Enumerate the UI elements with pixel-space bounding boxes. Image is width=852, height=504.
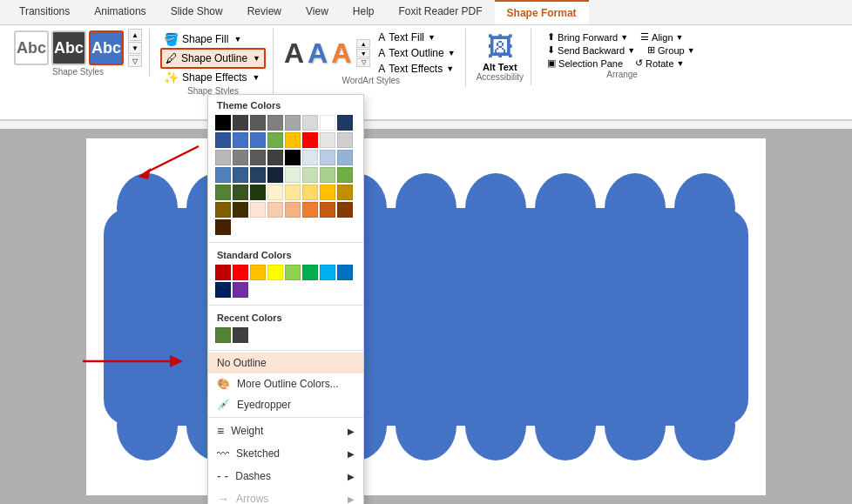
theme-color-swatch[interactable] [320, 167, 335, 183]
selection-pane-btn[interactable]: ▣ Selection Pane [542, 57, 628, 70]
theme-color-swatch[interactable] [267, 202, 283, 218]
shape-styles-scroll-down[interactable]: ▼ [128, 42, 142, 54]
standard-color-swatch[interactable] [233, 282, 248, 298]
text-outline-arrow[interactable]: ▼ [448, 49, 456, 57]
text-effects-arrow[interactable]: ▼ [446, 64, 454, 73]
theme-color-swatch[interactable] [250, 132, 266, 148]
group-btn[interactable]: ⊞ Group ▼ [642, 44, 700, 57]
sketched-item[interactable]: 〰 Sketched ▶ [208, 442, 363, 465]
tab-slideshow[interactable]: Slide Show [159, 0, 235, 24]
theme-color-swatch[interactable] [233, 185, 248, 200]
theme-color-swatch[interactable] [250, 185, 266, 200]
theme-color-swatch[interactable] [285, 150, 301, 165]
theme-color-swatch[interactable] [320, 115, 335, 131]
theme-color-swatch[interactable] [233, 167, 248, 183]
bring-forward-btn[interactable]: ⬆ Bring Forward ▼ [542, 30, 633, 44]
text-effects-btn[interactable]: A Text Effects ▼ [375, 62, 457, 76]
shape-styles-scroll-up[interactable]: ▲ [128, 29, 142, 41]
send-backward-btn[interactable]: ⬇ Send Backward ▼ [542, 44, 640, 57]
standard-color-swatch[interactable] [320, 265, 335, 280]
theme-color-swatch[interactable] [250, 150, 266, 165]
theme-color-swatch[interactable] [267, 132, 283, 148]
theme-color-swatch[interactable] [302, 185, 318, 200]
theme-color-swatch[interactable] [285, 202, 301, 218]
theme-color-swatch[interactable] [267, 185, 283, 200]
text-fill-btn[interactable]: A Text Fill ▼ [375, 30, 457, 44]
theme-color-swatch[interactable] [215, 115, 231, 131]
standard-color-swatch[interactable] [337, 265, 353, 280]
shape-styles-more[interactable]: ▽ [128, 55, 142, 67]
theme-color-swatch[interactable] [215, 132, 231, 148]
theme-color-swatch[interactable] [337, 150, 353, 165]
theme-color-swatch[interactable] [302, 150, 318, 165]
theme-color-swatch[interactable] [233, 202, 248, 218]
shape-style-btn-3[interactable]: Abc [89, 30, 124, 65]
theme-color-swatch[interactable] [267, 167, 283, 183]
tab-view[interactable]: View [294, 0, 341, 24]
theme-color-swatch[interactable] [285, 167, 301, 183]
theme-color-swatch[interactable] [250, 202, 266, 218]
theme-color-swatch[interactable] [337, 115, 353, 131]
rotate-arrow[interactable]: ▼ [677, 59, 685, 68]
theme-color-swatch[interactable] [215, 150, 231, 165]
tab-review[interactable]: Review [235, 0, 294, 24]
alt-text-icon[interactable]: 🖼 [487, 32, 513, 62]
theme-color-swatch[interactable] [302, 167, 318, 183]
eyedropper-item[interactable]: 💉 Eyedropper [208, 394, 363, 415]
wordart-scroll-up[interactable]: ▲ [356, 39, 370, 48]
theme-color-swatch[interactable] [337, 185, 353, 200]
theme-color-swatch[interactable] [250, 167, 266, 183]
standard-color-swatch[interactable] [267, 265, 283, 280]
theme-color-swatch[interactable] [267, 150, 283, 165]
text-outline-btn[interactable]: A Text Outline ▼ [375, 46, 457, 60]
theme-color-swatch[interactable] [285, 185, 301, 200]
shape-effects-btn[interactable]: ✨ Shape Effects ▼ [160, 69, 266, 86]
no-outline-item[interactable]: No Outline [208, 353, 363, 373]
theme-color-swatch[interactable] [233, 150, 248, 165]
bring-forward-arrow[interactable]: ▼ [620, 33, 628, 42]
tab-shapeformat[interactable]: Shape Format [495, 0, 589, 24]
recent-color-swatch[interactable] [233, 327, 248, 343]
align-btn[interactable]: ☰ Align ▼ [635, 30, 688, 44]
shape-style-btn-2[interactable]: Abc [51, 30, 86, 65]
theme-color-swatch[interactable] [215, 202, 231, 218]
align-arrow[interactable]: ▼ [676, 33, 684, 42]
theme-color-swatch[interactable] [302, 115, 318, 131]
theme-color-swatch[interactable] [302, 202, 318, 218]
shape-style-btn-1[interactable]: Abc [14, 30, 49, 65]
text-fill-arrow[interactable]: ▼ [428, 33, 436, 42]
theme-color-swatch[interactable] [267, 115, 283, 131]
theme-color-swatch[interactable] [233, 115, 248, 131]
theme-color-swatch[interactable] [337, 132, 353, 148]
dashes-item[interactable]: - - Dashes ▶ [208, 465, 363, 487]
tab-foxit[interactable]: Foxit Reader PDF [387, 0, 495, 24]
tab-animations[interactable]: Animations [82, 0, 158, 24]
theme-color-swatch[interactable] [320, 132, 335, 148]
shape-outline-dropdown-arrow[interactable]: ▼ [253, 54, 260, 63]
send-backward-arrow[interactable]: ▼ [627, 46, 635, 55]
recent-color-swatch[interactable] [215, 327, 231, 343]
theme-color-swatch[interactable] [285, 132, 301, 148]
tab-transitions[interactable]: Transitions [7, 0, 82, 24]
weight-item[interactable]: ≡ Weight ▶ [208, 420, 363, 442]
shape-effects-dropdown-arrow[interactable]: ▼ [253, 73, 260, 82]
group-arrow[interactable]: ▼ [687, 46, 695, 55]
more-outline-colors-item[interactable]: 🎨 More Outline Colors... [208, 373, 363, 394]
standard-color-swatch[interactable] [250, 265, 266, 280]
shape-fill-btn[interactable]: 🪣 Shape Fill ▼ [160, 30, 266, 48]
theme-color-swatch[interactable] [320, 150, 335, 165]
shape-outline-btn[interactable]: 🖊 Shape Outline ▼ [160, 48, 266, 69]
theme-color-swatch[interactable] [320, 185, 335, 200]
theme-color-swatch[interactable] [215, 167, 231, 183]
wordart-scroll-down[interactable]: ▼ [356, 49, 370, 57]
standard-color-swatch[interactable] [215, 265, 231, 280]
standard-color-swatch[interactable] [215, 282, 231, 298]
theme-color-swatch[interactable] [233, 132, 248, 148]
theme-color-swatch[interactable] [337, 202, 353, 218]
shape-fill-dropdown-arrow[interactable]: ▼ [233, 35, 241, 44]
rotate-btn[interactable]: ↺ Rotate ▼ [630, 57, 689, 70]
standard-color-swatch[interactable] [233, 265, 248, 280]
wordart-more[interactable]: ▽ [356, 58, 370, 67]
theme-color-swatch[interactable] [215, 185, 231, 200]
theme-color-swatch[interactable] [215, 219, 231, 235]
